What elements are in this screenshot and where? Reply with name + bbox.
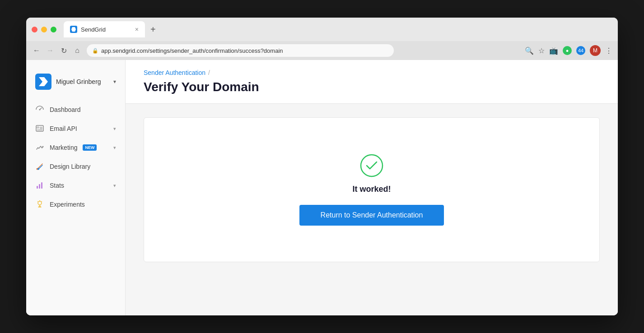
svg-point-15: [38, 201, 42, 205]
sidebar-navigation: Dashboard Email API ▾: [26, 101, 125, 213]
experiments-label: Experiments: [50, 201, 85, 208]
sidebar-item-stats[interactable]: Stats ▾: [26, 176, 125, 194]
user-logo-shape: [39, 77, 48, 86]
browser-window: SendGrid × + ← → ↻ ⌂ 🔒 app.sendgrid.com/…: [26, 18, 618, 315]
nav-buttons: ← → ↻ ⌂: [32, 46, 82, 55]
marketing-icon: [35, 143, 44, 152]
back-button[interactable]: ←: [32, 46, 42, 55]
tab-close-button[interactable]: ×: [135, 26, 139, 33]
design-library-icon: [35, 162, 44, 171]
user-logo: [35, 74, 51, 90]
success-card: It worked! Return to Sender Authenticati…: [144, 117, 600, 262]
user-avatar[interactable]: M: [590, 45, 601, 56]
main-content: It worked! Return to Sender Authenticati…: [126, 104, 618, 276]
lock-icon: 🔒: [92, 48, 98, 54]
marketing-new-badge: NEW: [83, 144, 97, 151]
page-header: Sender Authentication / Verify Your Doma…: [126, 60, 618, 104]
tab-favicon: [70, 26, 77, 33]
svg-point-7: [42, 146, 44, 148]
stats-icon: [35, 181, 44, 190]
home-button[interactable]: ⌂: [72, 46, 82, 55]
page-title: Verify Your Domain: [144, 80, 600, 94]
zoom-icon[interactable]: 🔍: [525, 46, 534, 55]
close-button[interactable]: [32, 27, 37, 32]
svg-point-22: [361, 155, 383, 176]
address-bar: ← → ↻ ⌂ 🔒 app.sendgrid.com/settings/send…: [26, 41, 618, 60]
svg-rect-14: [41, 182, 42, 189]
sidebar-item-experiments[interactable]: Experiments: [26, 195, 125, 213]
success-text: It worked!: [352, 185, 391, 194]
maximize-button[interactable]: [51, 27, 56, 32]
sidebar-item-email-api[interactable]: Email API ▾: [26, 120, 125, 138]
svg-rect-12: [37, 186, 38, 189]
new-tab-button[interactable]: +: [150, 24, 156, 35]
svg-point-11: [37, 168, 39, 170]
bookmark-icon[interactable]: ☆: [538, 46, 545, 55]
marketing-chevron-icon: ▾: [113, 145, 116, 151]
email-api-chevron-icon: ▾: [113, 126, 116, 132]
sidebar-user[interactable]: Miguel Grinberg ▾: [26, 69, 125, 101]
stats-chevron-icon: ▾: [113, 183, 116, 189]
active-tab[interactable]: SendGrid ×: [64, 21, 145, 37]
breadcrumb-separator: /: [208, 69, 210, 76]
tab-bar: SendGrid × +: [64, 21, 612, 37]
dashboard-icon: [35, 105, 44, 114]
return-to-sender-auth-button[interactable]: Return to Sender Authentication: [299, 205, 444, 226]
address-right-icons: 🔍 ☆ 📺 ● 44 M ⋮: [525, 45, 612, 56]
svg-rect-13: [39, 184, 40, 189]
svg-point-1: [39, 109, 41, 111]
user-chevron-icon: ▾: [113, 79, 116, 85]
sidebar-item-design-library[interactable]: Design Library: [26, 157, 125, 176]
breadcrumb-link[interactable]: Sender Authentication: [144, 69, 205, 76]
stats-label: Stats: [50, 182, 64, 189]
marketing-label: Marketing: [50, 144, 77, 151]
email-api-label: Email API: [50, 125, 77, 132]
sidebar-item-dashboard[interactable]: Dashboard: [26, 101, 125, 119]
notification-badge[interactable]: 44: [576, 46, 585, 55]
traffic-lights: [32, 27, 56, 32]
menu-icon[interactable]: ⋮: [605, 46, 612, 55]
breadcrumb: Sender Authentication /: [144, 69, 600, 76]
svg-line-19: [42, 202, 42, 202]
experiments-icon: [35, 200, 44, 209]
sidebar: Miguel Grinberg ▾ Dashboard: [26, 60, 126, 315]
content-area: Miguel Grinberg ▾ Dashboard: [26, 60, 618, 315]
svg-line-18: [38, 202, 38, 202]
dashboard-label: Dashboard: [50, 106, 81, 113]
forward-button[interactable]: →: [45, 46, 55, 55]
email-api-icon: [35, 124, 44, 133]
success-icon-wrapper: It worked!: [352, 154, 391, 194]
sidebar-item-marketing[interactable]: Marketing NEW ▾: [26, 139, 125, 157]
url-bar[interactable]: 🔒 app.sendgrid.com/settings/sender_auth/…: [87, 44, 394, 57]
refresh-button[interactable]: ↻: [59, 46, 69, 55]
design-library-label: Design Library: [50, 163, 90, 170]
success-checkmark-icon: [360, 154, 383, 177]
cast-icon[interactable]: 📺: [549, 46, 558, 55]
tab-title: SendGrid: [81, 26, 131, 33]
user-name: Miguel Grinberg: [56, 78, 101, 85]
svg-rect-3: [37, 127, 39, 128]
main-page: Sender Authentication / Verify Your Doma…: [126, 60, 618, 315]
online-indicator: ●: [563, 46, 572, 55]
url-text: app.sendgrid.com/settings/sender_auth/co…: [101, 47, 283, 54]
minimize-button[interactable]: [41, 27, 47, 32]
title-bar: SendGrid × +: [26, 18, 618, 41]
